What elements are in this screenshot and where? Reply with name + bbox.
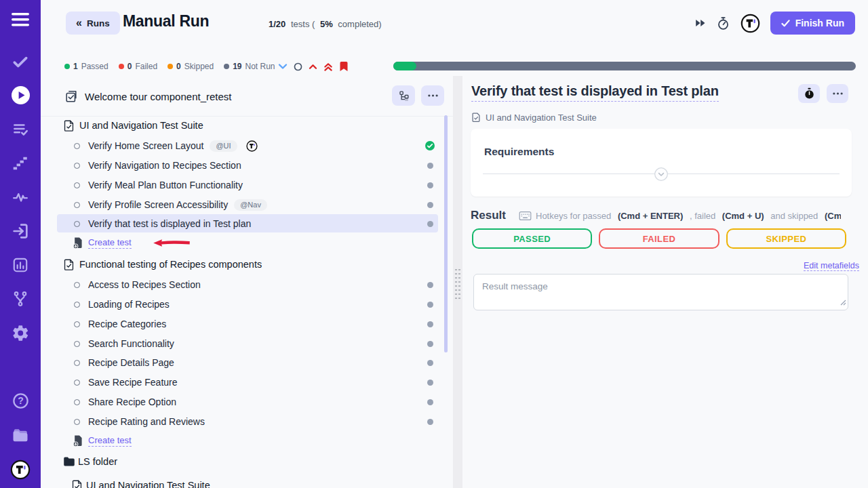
circle-icon[interactable] — [294, 62, 302, 71]
test-title[interactable]: Verify Navigation to Recipes Section — [88, 160, 241, 171]
test-title[interactable]: Verify that test is displayed in Test pl… — [88, 218, 251, 229]
bookmark-icon[interactable] — [339, 61, 349, 72]
stopwatch-icon[interactable] — [716, 16, 730, 30]
status-notrun-dot — [427, 321, 433, 327]
edit-metafields-link[interactable]: Edit metafields — [804, 261, 859, 271]
menu-icon[interactable] — [0, 12, 41, 27]
suite-label[interactable]: UI and Navigation Test Suite — [86, 480, 210, 488]
test-row[interactable]: Search Functionality — [41, 334, 449, 353]
chevron-down-circle-icon[interactable] — [654, 167, 669, 182]
branch-icon[interactable] — [0, 290, 41, 308]
fast-forward-icon[interactable] — [694, 18, 706, 28]
double-chevron-up-icon[interactable] — [323, 62, 333, 71]
help-icon[interactable]: ? — [0, 392, 41, 410]
test-title[interactable]: Verify Profile Screen Accessibility — [88, 199, 228, 210]
failed-dot — [119, 64, 124, 69]
passed-dot — [64, 64, 70, 69]
test-row[interactable]: Access to Recipes Section — [41, 275, 449, 294]
suite-label[interactable]: UI and Navigation Test Suite — [79, 120, 203, 131]
test-row[interactable]: Loading of Recipes — [41, 295, 449, 314]
test-title[interactable]: Recipe Categories — [88, 319, 166, 329]
folder-row[interactable]: LS folder — [41, 452, 449, 471]
stopwatch-icon[interactable] — [798, 84, 820, 103]
svg-text:?: ? — [18, 395, 24, 406]
run-progress-fill — [393, 62, 416, 70]
create-test-link[interactable]: Create test — [88, 237, 132, 249]
suite-row[interactable]: Functional testing of Recipes components — [41, 255, 449, 274]
test-detail-panel: Verify that test is displayed in Test pl… — [462, 76, 868, 488]
document-check-icon — [63, 258, 75, 271]
breadcrumb-suite-label[interactable]: UI and Navigation Test Suite — [486, 113, 597, 123]
folder-icon[interactable] — [0, 426, 41, 445]
test-title[interactable]: Share Recipe Option — [88, 396, 176, 407]
finish-run-button[interactable]: Finish Run — [770, 12, 855, 35]
document-check-icon — [63, 119, 75, 132]
requirements-heading: Requirements — [484, 146, 554, 158]
test-row[interactable]: Share Recipe Option — [41, 392, 449, 411]
test-title[interactable]: Recipe Rating and Reviews — [88, 416, 205, 427]
result-heading: Result — [471, 209, 506, 222]
testomat-logo-icon[interactable] — [741, 14, 760, 33]
test-row[interactable]: Verify Profile Screen Accessibility @Nav — [41, 195, 449, 214]
test-row[interactable]: Verify Meal Plan Button Functionality — [41, 176, 449, 195]
tag-badge[interactable]: @Nav — [234, 199, 267, 211]
chevron-down-icon[interactable] — [278, 63, 288, 70]
testomat-logo-icon[interactable] — [246, 140, 258, 152]
main-area: « Runs Manual Run 1/20 tests ( 5% comple… — [41, 0, 868, 488]
tag-badge[interactable]: @UI — [210, 140, 237, 152]
circle-bullet-icon — [74, 302, 80, 308]
test-row[interactable]: Recipe Rating and Reviews — [41, 412, 449, 431]
tree-scrollbar[interactable] — [444, 115, 448, 352]
pulse-icon[interactable] — [0, 188, 41, 206]
test-row[interactable]: Recipe Details Page — [41, 353, 449, 372]
test-title[interactable]: Access to Recipes Section — [88, 279, 201, 290]
test-title[interactable]: Search Functionality — [88, 338, 174, 349]
bar-chart-icon[interactable] — [0, 256, 41, 274]
folder-label[interactable]: LS folder — [78, 456, 117, 467]
play-circle-icon[interactable] — [0, 85, 41, 106]
suite-label[interactable]: Functional testing of Recipes components — [79, 259, 262, 270]
finish-run-label: Finish Run — [795, 18, 844, 28]
chevron-up-icon[interactable] — [309, 64, 317, 70]
status-notrun-dot — [427, 360, 433, 366]
test-row[interactable]: Recipe Categories — [41, 314, 449, 333]
ellipsis-icon[interactable] — [827, 84, 848, 103]
sign-in-icon[interactable] — [0, 222, 41, 241]
page-title: Manual Run — [123, 12, 209, 30]
create-test-link[interactable]: Create test — [88, 435, 132, 447]
drag-handle-icon[interactable] — [454, 268, 461, 300]
check-icon[interactable] — [0, 53, 41, 70]
skipped-button[interactable]: SKIPPED — [726, 228, 846, 249]
testomat-logo-icon[interactable] — [0, 460, 41, 480]
status-notrun-dot — [427, 182, 433, 188]
panel-resize-gutter[interactable] — [453, 76, 462, 488]
suite-row[interactable]: UI and Navigation Test Suite — [41, 116, 449, 135]
list-check-icon[interactable] — [0, 121, 41, 138]
breadcrumb[interactable]: UI and Navigation Test Suite — [471, 112, 597, 123]
result-message-input[interactable] — [473, 274, 848, 310]
suite-row-partial[interactable]: 0.0 UI and Navigation Test Suite — [41, 476, 449, 488]
failed-count: 0 — [127, 62, 132, 71]
test-title[interactable]: Verify Meal Plan Button Functionality — [88, 180, 243, 190]
passed-button[interactable]: PASSED — [472, 228, 592, 249]
test-title[interactable]: Recipe Details Page — [88, 357, 174, 368]
circle-bullet-icon — [74, 143, 80, 149]
test-row[interactable]: Verify Home Screen Layout @UI — [41, 136, 449, 155]
hotkeys-text: and skipped — [768, 211, 821, 221]
test-row[interactable]: Save Recipe Feature — [41, 373, 449, 392]
notrun-label: Not Run — [245, 62, 275, 71]
gear-icon[interactable] — [0, 324, 41, 342]
notrun-counter: 19Not Run — [224, 62, 275, 71]
test-detail-title[interactable]: Verify that test is displayed in Test pl… — [471, 83, 719, 102]
test-title[interactable]: Save Recipe Feature — [88, 377, 178, 388]
stairs-icon[interactable] — [0, 155, 41, 172]
hotkeys-text: Hotkeys for passed — [536, 211, 614, 221]
test-row[interactable]: Verify Navigation to Recipes Section — [41, 156, 449, 175]
failed-button[interactable]: FAILED — [599, 228, 719, 249]
test-title[interactable]: Verify Home Screen Layout — [88, 140, 203, 151]
notrun-dot — [224, 64, 229, 69]
test-title[interactable]: Loading of Recipes — [88, 299, 170, 310]
test-row-selected[interactable]: Verify that test is displayed in Test pl… — [41, 214, 449, 233]
circle-bullet-icon — [74, 419, 80, 425]
back-to-runs-button[interactable]: « Runs — [66, 12, 120, 35]
